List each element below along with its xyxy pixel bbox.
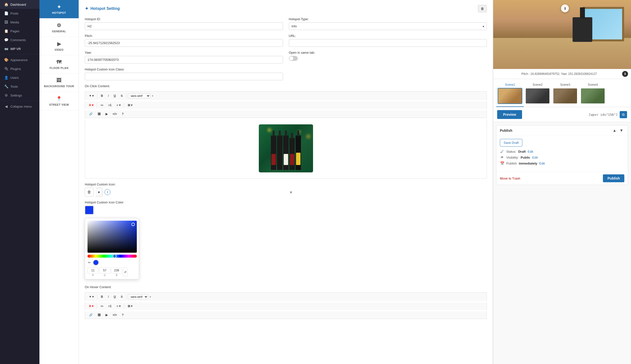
toolbar-link-btn[interactable]: 🔗: [87, 111, 95, 117]
scene-tab-2-label: Scene2: [533, 83, 543, 86]
sidebar-item-media[interactable]: 🖼 Media: [0, 18, 40, 26]
publish-collapse-up[interactable]: ▲: [611, 128, 617, 133]
sidebar-item-comments[interactable]: 💬 Comments: [0, 36, 40, 44]
toolbar-bold-btn[interactable]: B: [99, 93, 105, 98]
color-hue-slider[interactable]: [88, 255, 137, 258]
sidebar-item-collapse[interactable]: ◀ Collapse menu: [0, 102, 40, 111]
url-input[interactable]: [289, 39, 487, 47]
form-row-icon-class: Hotspot Custom Icon Class:: [85, 68, 487, 80]
timing-edit-link[interactable]: Edit: [539, 162, 545, 165]
color-eyedropper-button[interactable]: ✏: [88, 260, 91, 265]
sidebar-item-tools[interactable]: 🔧 Tools: [0, 82, 40, 91]
wine-bottle-4: [289, 138, 295, 170]
hover-toolbar-strike[interactable]: S: [119, 294, 125, 300]
hover-media-btn[interactable]: ▶: [104, 312, 110, 318]
sidebar-item-users[interactable]: 👤 Users: [0, 73, 40, 82]
hover-toolbar-magic-btn[interactable]: ✦ ▾: [87, 294, 96, 300]
panel-item-floor-plan[interactable]: 🗺 FLOOR PLAN: [40, 56, 79, 74]
hover-code-btn[interactable]: </>: [111, 312, 119, 318]
pitch-input[interactable]: [85, 39, 283, 47]
scene-tab-1[interactable]: Scene1: [496, 82, 524, 107]
hotspot-panel-icon: ✦: [57, 4, 61, 10]
panel-item-background-tour[interactable]: 🖼 BACKGROUND TOUR: [40, 74, 79, 92]
save-draft-button[interactable]: Save Draft: [500, 139, 522, 146]
publish-submit-button[interactable]: Publish: [603, 174, 624, 182]
hotspot-dot[interactable]: ℹ: [561, 4, 569, 12]
panel-item-video[interactable]: ▶ VIDEO: [40, 37, 79, 56]
icon-box[interactable]: 🗑: [85, 188, 94, 196]
color-swatch[interactable]: [85, 206, 94, 214]
info-button[interactable]: i: [105, 189, 110, 195]
color-gradient-box[interactable]: [88, 221, 137, 253]
delete-hotspot-button[interactable]: 🗑: [478, 5, 487, 12]
rgb-r-input[interactable]: [88, 268, 98, 273]
hotspot-id-input[interactable]: [85, 22, 283, 30]
toolbar-strike-btn[interactable]: S: [119, 93, 125, 98]
sidebar-item-settings[interactable]: ⚙ Settings: [0, 91, 40, 100]
icon-dropdown-button[interactable]: ▾: [96, 188, 103, 196]
hover-font-color-btn[interactable]: A ▾: [87, 304, 95, 309]
toolbar-ul-btn[interactable]: ≡•: [99, 102, 105, 108]
toolbar-image-btn[interactable]: 🖼: [96, 111, 103, 117]
id-label: Hotspot ID:: [85, 17, 283, 21]
toolbar-align-btn[interactable]: ≡ ▾: [114, 102, 122, 108]
visibility-edit-link[interactable]: Edit: [532, 156, 538, 159]
hover-help-btn[interactable]: ?: [120, 312, 125, 318]
move-trash-link[interactable]: Move to Trash: [500, 176, 520, 180]
toolbar-underline-btn[interactable]: U: [112, 93, 118, 98]
hover-ol-btn[interactable]: ≡1: [106, 304, 114, 309]
scene-thumb-2: [525, 88, 550, 104]
scene-tab-3[interactable]: Scene3: [551, 82, 579, 107]
toolbar-ol-btn[interactable]: ≡1: [106, 102, 114, 108]
toolbar-magic-btn[interactable]: ✦ ▾: [87, 93, 96, 98]
icon-class-input[interactable]: [85, 73, 283, 80]
hover-link-btn[interactable]: 🔗: [87, 312, 95, 318]
toolbar-italic-btn[interactable]: I: [106, 93, 111, 98]
hover-align-btn[interactable]: ≡ ▾: [114, 304, 122, 309]
hotspot-type-select[interactable]: Info URL Scene Custom: [289, 22, 487, 30]
preview-button[interactable]: Preview: [497, 110, 522, 119]
rgb-b-input[interactable]: [111, 268, 122, 273]
yaw-input[interactable]: [85, 56, 283, 64]
hover-toolbar-underline[interactable]: U: [112, 294, 118, 300]
hover-table-btn[interactable]: ⊞ ▾: [126, 304, 134, 309]
panel-item-general[interactable]: ⚙ GENERAL: [40, 18, 79, 37]
same-tab-toggle[interactable]: [289, 56, 298, 61]
toolbar-media-btn[interactable]: ▶: [104, 111, 110, 117]
hover-editor-toolbar-3: 🔗 🖼 ▶ </> ?: [85, 311, 487, 319]
accordion-arrow[interactable]: ▾: [290, 190, 292, 195]
panel-item-hotspot[interactable]: ✦ HOTSPOT: [40, 0, 79, 18]
rgb-g-label: G: [104, 274, 106, 276]
sidebar-item-appearance[interactable]: 🎨 Appearance: [0, 56, 40, 64]
sidebar-item-posts[interactable]: 📄 Posts: [0, 9, 40, 18]
publish-collapse-down[interactable]: ▼: [618, 128, 624, 133]
toolbar-font-color-btn[interactable]: A ▾: [87, 102, 95, 108]
sidebar-item-wp-vr[interactable]: 🥽 WP VR: [0, 44, 40, 53]
sidebar-item-pages[interactable]: 📋 Pages: [0, 26, 40, 36]
status-value: Draft: [518, 150, 525, 154]
toolbar-code-btn[interactable]: </>: [111, 111, 119, 117]
scene-tab-4[interactable]: Scene4: [579, 82, 606, 107]
hover-toolbar-italic[interactable]: I: [106, 294, 111, 300]
font-select[interactable]: sans-serif serif monospace: [128, 93, 150, 98]
panel-item-street-view[interactable]: 📍 STREET VIEW: [40, 92, 79, 110]
scene-tab-2[interactable]: Scene2: [524, 82, 551, 107]
hover-font-select[interactable]: sans-serif serif: [128, 294, 148, 299]
hover-toolbar-bold[interactable]: B: [99, 294, 105, 300]
scene-thumb-img-2: [526, 88, 549, 104]
download-icon-button[interactable]: ⬇: [622, 71, 628, 77]
copy-shortcode-button[interactable]: ⧉: [620, 111, 627, 118]
sidebar-item-plugins[interactable]: 🔌 Plugins: [0, 64, 40, 73]
editor-content-area[interactable]: [85, 120, 487, 178]
collapse-icon: ◀: [4, 104, 8, 108]
rgb-type-toggle[interactable]: ⇄: [123, 268, 128, 276]
sidebar-item-dashboard[interactable]: 🏠 Dashboard: [0, 0, 40, 9]
scene-thumb-img-4: [581, 88, 605, 104]
status-edit-link[interactable]: Edit: [528, 150, 533, 154]
hover-ul-btn[interactable]: ≡•: [99, 304, 105, 309]
rgb-g-input[interactable]: [99, 268, 110, 273]
toolbar-help-btn[interactable]: ?: [120, 111, 125, 117]
toolbar-table-btn[interactable]: ⊞ ▾: [126, 102, 134, 108]
hover-image-btn[interactable]: 🖼: [96, 312, 103, 318]
yaw-label: Yaw:: [85, 51, 283, 54]
